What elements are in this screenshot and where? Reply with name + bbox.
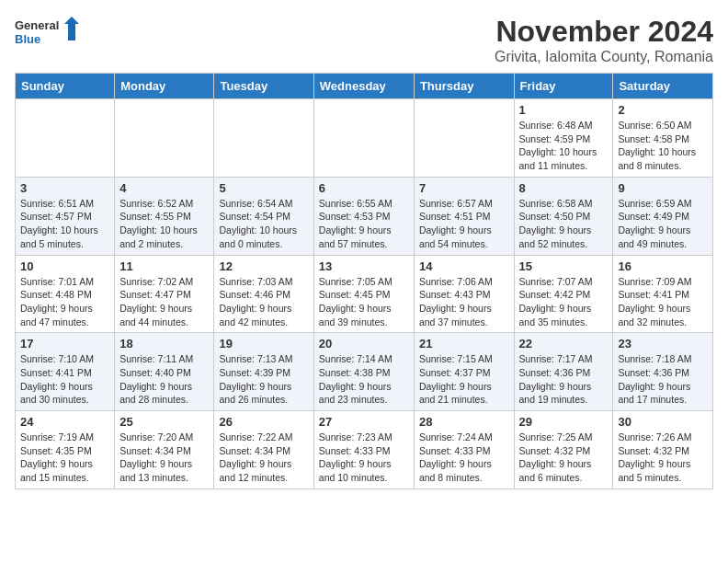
weekday-header-saturday: Saturday (613, 74, 713, 99)
calendar-cell: 25Sunrise: 7:20 AM Sunset: 4:34 PM Dayli… (115, 411, 214, 489)
weekday-header-friday: Friday (514, 74, 613, 99)
day-info: Sunrise: 7:13 AM Sunset: 4:39 PM Dayligh… (219, 352, 308, 407)
day-number: 16 (618, 259, 708, 273)
day-info: Sunrise: 7:07 AM Sunset: 4:42 PM Dayligh… (519, 275, 609, 329)
day-info: Sunrise: 7:23 AM Sunset: 4:33 PM Dayligh… (319, 431, 409, 485)
calendar-cell: 8Sunrise: 6:58 AM Sunset: 4:50 PM Daylig… (514, 177, 613, 255)
day-info: Sunrise: 6:57 AM Sunset: 4:51 PM Dayligh… (419, 197, 509, 251)
calendar-cell: 11Sunrise: 7:02 AM Sunset: 4:47 PM Dayli… (115, 255, 214, 333)
day-number: 9 (618, 181, 708, 195)
month-title: November 2024 (495, 15, 713, 49)
calendar-cell (313, 99, 414, 178)
weekday-header-row: SundayMondayTuesdayWednesdayThursdayFrid… (16, 74, 713, 99)
day-number: 7 (419, 181, 509, 195)
day-number: 8 (519, 181, 609, 195)
calendar-cell: 19Sunrise: 7:13 AM Sunset: 4:39 PM Dayli… (214, 333, 313, 411)
day-number: 20 (319, 337, 409, 350)
day-info: Sunrise: 7:25 AM Sunset: 4:32 PM Dayligh… (519, 431, 609, 485)
day-number: 2 (618, 103, 708, 117)
day-number: 10 (20, 259, 109, 273)
logo: General Blue (15, 15, 79, 52)
calendar-week-row: 24Sunrise: 7:19 AM Sunset: 4:35 PM Dayli… (16, 411, 713, 489)
day-info: Sunrise: 7:19 AM Sunset: 4:35 PM Dayligh… (20, 431, 109, 485)
weekday-header-wednesday: Wednesday (313, 74, 414, 99)
calendar-cell: 21Sunrise: 7:15 AM Sunset: 4:37 PM Dayli… (414, 333, 514, 411)
calendar-table: SundayMondayTuesdayWednesdayThursdayFrid… (15, 73, 713, 489)
weekday-header-sunday: Sunday (16, 74, 115, 99)
day-number: 3 (20, 181, 109, 195)
page-header: General Blue November 2024 Grivita, Ialo… (15, 15, 713, 65)
day-number: 25 (119, 415, 209, 429)
day-number: 19 (219, 337, 308, 350)
day-number: 28 (419, 415, 509, 429)
day-number: 1 (519, 103, 609, 117)
calendar-cell: 24Sunrise: 7:19 AM Sunset: 4:35 PM Dayli… (16, 411, 115, 489)
calendar-cell: 29Sunrise: 7:25 AM Sunset: 4:32 PM Dayli… (514, 411, 613, 489)
weekday-header-thursday: Thursday (414, 74, 514, 99)
day-info: Sunrise: 7:15 AM Sunset: 4:37 PM Dayligh… (419, 352, 509, 407)
day-number: 26 (219, 415, 308, 429)
svg-marker-2 (64, 17, 79, 40)
calendar-cell: 1Sunrise: 6:48 AM Sunset: 4:59 PM Daylig… (514, 99, 613, 178)
calendar-cell: 7Sunrise: 6:57 AM Sunset: 4:51 PM Daylig… (414, 177, 514, 255)
svg-text:Blue: Blue (15, 32, 40, 46)
calendar-cell: 10Sunrise: 7:01 AM Sunset: 4:48 PM Dayli… (16, 255, 115, 333)
day-info: Sunrise: 7:10 AM Sunset: 4:41 PM Dayligh… (20, 352, 109, 407)
day-number: 12 (219, 259, 308, 273)
day-number: 17 (20, 337, 109, 350)
calendar-cell: 26Sunrise: 7:22 AM Sunset: 4:34 PM Dayli… (214, 411, 313, 489)
day-info: Sunrise: 6:51 AM Sunset: 4:57 PM Dayligh… (20, 197, 109, 251)
calendar-cell: 23Sunrise: 7:18 AM Sunset: 4:36 PM Dayli… (613, 333, 713, 411)
day-number: 24 (20, 415, 109, 429)
day-info: Sunrise: 6:59 AM Sunset: 4:49 PM Dayligh… (618, 197, 708, 251)
day-number: 21 (419, 337, 509, 350)
day-info: Sunrise: 6:54 AM Sunset: 4:54 PM Dayligh… (219, 197, 308, 251)
day-info: Sunrise: 7:09 AM Sunset: 4:41 PM Dayligh… (618, 275, 708, 329)
calendar-cell: 15Sunrise: 7:07 AM Sunset: 4:42 PM Dayli… (514, 255, 613, 333)
calendar-cell (414, 99, 514, 178)
calendar-cell: 3Sunrise: 6:51 AM Sunset: 4:57 PM Daylig… (16, 177, 115, 255)
day-number: 23 (618, 337, 708, 350)
day-number: 27 (319, 415, 409, 429)
calendar-cell: 2Sunrise: 6:50 AM Sunset: 4:58 PM Daylig… (613, 99, 713, 178)
day-number: 29 (519, 415, 609, 429)
day-info: Sunrise: 7:11 AM Sunset: 4:40 PM Dayligh… (119, 352, 209, 407)
day-info: Sunrise: 7:06 AM Sunset: 4:43 PM Dayligh… (419, 275, 509, 329)
day-number: 11 (119, 259, 209, 273)
calendar-cell: 4Sunrise: 6:52 AM Sunset: 4:55 PM Daylig… (115, 177, 214, 255)
logo-icon: General Blue (15, 15, 79, 52)
calendar-cell: 17Sunrise: 7:10 AM Sunset: 4:41 PM Dayli… (16, 333, 115, 411)
day-info: Sunrise: 6:50 AM Sunset: 4:58 PM Dayligh… (618, 119, 708, 173)
day-info: Sunrise: 7:20 AM Sunset: 4:34 PM Dayligh… (119, 431, 209, 485)
calendar-cell: 28Sunrise: 7:24 AM Sunset: 4:33 PM Dayli… (414, 411, 514, 489)
calendar-week-row: 3Sunrise: 6:51 AM Sunset: 4:57 PM Daylig… (16, 177, 713, 255)
calendar-cell (214, 99, 313, 178)
svg-text:General: General (15, 18, 59, 32)
calendar-cell: 18Sunrise: 7:11 AM Sunset: 4:40 PM Dayli… (115, 333, 214, 411)
day-number: 14 (419, 259, 509, 273)
calendar-cell: 9Sunrise: 6:59 AM Sunset: 4:49 PM Daylig… (613, 177, 713, 255)
day-number: 15 (519, 259, 609, 273)
day-number: 5 (219, 181, 308, 195)
calendar-cell: 30Sunrise: 7:26 AM Sunset: 4:32 PM Dayli… (613, 411, 713, 489)
calendar-cell: 5Sunrise: 6:54 AM Sunset: 4:54 PM Daylig… (214, 177, 313, 255)
day-info: Sunrise: 7:02 AM Sunset: 4:47 PM Dayligh… (119, 275, 209, 329)
day-info: Sunrise: 6:55 AM Sunset: 4:53 PM Dayligh… (319, 197, 409, 251)
day-info: Sunrise: 6:48 AM Sunset: 4:59 PM Dayligh… (519, 119, 609, 173)
day-info: Sunrise: 7:24 AM Sunset: 4:33 PM Dayligh… (419, 431, 509, 485)
calendar-cell: 16Sunrise: 7:09 AM Sunset: 4:41 PM Dayli… (613, 255, 713, 333)
day-info: Sunrise: 7:17 AM Sunset: 4:36 PM Dayligh… (519, 352, 609, 407)
calendar-cell: 12Sunrise: 7:03 AM Sunset: 4:46 PM Dayli… (214, 255, 313, 333)
day-number: 13 (319, 259, 409, 273)
calendar-cell (115, 99, 214, 178)
day-info: Sunrise: 7:03 AM Sunset: 4:46 PM Dayligh… (219, 275, 308, 329)
weekday-header-tuesday: Tuesday (214, 74, 313, 99)
day-number: 18 (119, 337, 209, 350)
calendar-cell: 27Sunrise: 7:23 AM Sunset: 4:33 PM Dayli… (313, 411, 414, 489)
day-number: 30 (618, 415, 708, 429)
day-number: 4 (119, 181, 209, 195)
day-number: 6 (319, 181, 409, 195)
calendar-cell: 20Sunrise: 7:14 AM Sunset: 4:38 PM Dayli… (313, 333, 414, 411)
calendar-cell: 13Sunrise: 7:05 AM Sunset: 4:45 PM Dayli… (313, 255, 414, 333)
calendar-cell: 14Sunrise: 7:06 AM Sunset: 4:43 PM Dayli… (414, 255, 514, 333)
